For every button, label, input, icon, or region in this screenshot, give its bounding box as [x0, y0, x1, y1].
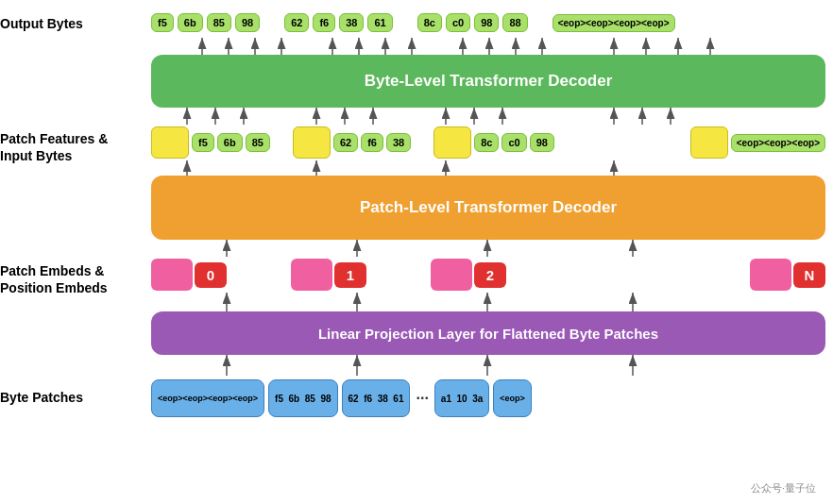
pf-byte-f5: f5 — [192, 133, 214, 152]
patch-embeds-text: Patch Embeds &Position Embeds — [0, 263, 108, 295]
output-byte-85: 85 — [207, 13, 231, 32]
orange-decoder: Patch-Level Transformer Decoder — [151, 176, 825, 240]
pf-byte-6b: 6b — [217, 133, 243, 152]
bp-eop-last: <eop> — [493, 379, 532, 417]
output-byte-88: 88 — [502, 13, 527, 32]
label-patch-embeds: Patch Embeds &Position Embeds — [0, 262, 146, 296]
purple-layer-label: Linear Projection Layer for Flattened By… — [318, 326, 658, 342]
patch-embeds-text2: Position Embeds — [0, 280, 108, 295]
output-byte-62: 62 — [284, 13, 309, 32]
patch-features-row: f5 6b 85 62 f6 38 8c c0 98 <eop><eop><eo… — [151, 125, 825, 160]
pf-byte-8c: 8c — [474, 133, 499, 152]
diagram-container: Output Bytes Patch Features &Input Bytes… — [0, 0, 833, 504]
embed-red-1: 1 — [334, 262, 366, 288]
bp-group5: a1 10 3a — [434, 379, 489, 417]
pf-byte-98: 98 — [530, 133, 554, 152]
pf-byte-eop: <eop><eop><eop> — [731, 134, 825, 152]
green-decoder: Byte-Level Transformer Decoder — [151, 55, 825, 108]
pf-byte-f6: f6 — [361, 133, 383, 152]
output-byte-f5: f5 — [151, 13, 174, 32]
embed-group-0: 0 — [151, 259, 227, 291]
output-byte-c0: c0 — [446, 13, 470, 32]
pf-yellow3 — [434, 126, 471, 159]
embed-pink-2 — [431, 259, 472, 291]
embed-red-n: N — [793, 262, 825, 288]
output-byte-eop1: <eop><eop><eop><eop> — [552, 14, 675, 32]
pf-byte-38: 38 — [386, 133, 411, 152]
pf-byte-85: 85 — [246, 133, 270, 152]
output-byte-38: 38 — [339, 13, 364, 32]
pf-byte-62: 62 — [333, 133, 358, 152]
embed-red-0: 0 — [195, 262, 227, 288]
label-patch-features: Patch Features &Input Bytes — [0, 130, 146, 164]
byte-patches-row: <eop><eop><eop><eop> f5 6b 85 98 62 f6 3… — [151, 376, 825, 421]
orange-decoder-label: Patch-Level Transformer Decoder — [360, 198, 617, 217]
output-byte-61: 61 — [367, 13, 392, 32]
bp-eop4: <eop><eop><eop><eop> — [151, 379, 264, 417]
embed-pink-1 — [291, 259, 332, 291]
label-output-bytes: Output Bytes — [0, 15, 146, 32]
pf-yellow1 — [151, 126, 189, 159]
embed-group-n: N — [750, 259, 825, 291]
patch-features-text: Patch Features &Input Bytes — [0, 131, 108, 163]
output-byte-98b: 98 — [474, 13, 499, 32]
patch-embeds-row: 0 1 2 N — [151, 257, 825, 293]
purple-layer: Linear Projection Layer for Flattened By… — [151, 311, 825, 355]
patch-features-text2: Input Bytes — [0, 148, 72, 163]
bp-group2: f5 6b 85 98 — [268, 379, 337, 417]
pf-byte-c0: c0 — [502, 133, 526, 152]
watermark: 公众号·量子位 — [747, 480, 820, 496]
output-byte-8c: 8c — [417, 13, 442, 32]
output-byte-98: 98 — [235, 13, 260, 32]
pf-yellow2 — [293, 126, 331, 159]
output-byte-6b: 6b — [178, 13, 203, 32]
green-decoder-label: Byte-Level Transformer Decoder — [365, 72, 613, 91]
output-byte-f6: f6 — [313, 13, 335, 32]
output-bytes-row: f5 6b 85 98 62 f6 38 61 8c c0 98 88 <eop… — [151, 8, 825, 38]
embed-group-1: 1 — [291, 259, 366, 291]
embed-group-2: 2 — [431, 259, 506, 291]
pf-yellow4 — [690, 126, 728, 159]
bp-dots: ··· — [414, 390, 430, 407]
bp-group3: 62 f6 38 61 — [342, 379, 411, 417]
embed-red-2: 2 — [474, 262, 506, 288]
embed-pink-n — [750, 259, 791, 291]
embed-pink-0 — [151, 259, 193, 291]
label-byte-patches: Byte Patches — [0, 389, 146, 406]
